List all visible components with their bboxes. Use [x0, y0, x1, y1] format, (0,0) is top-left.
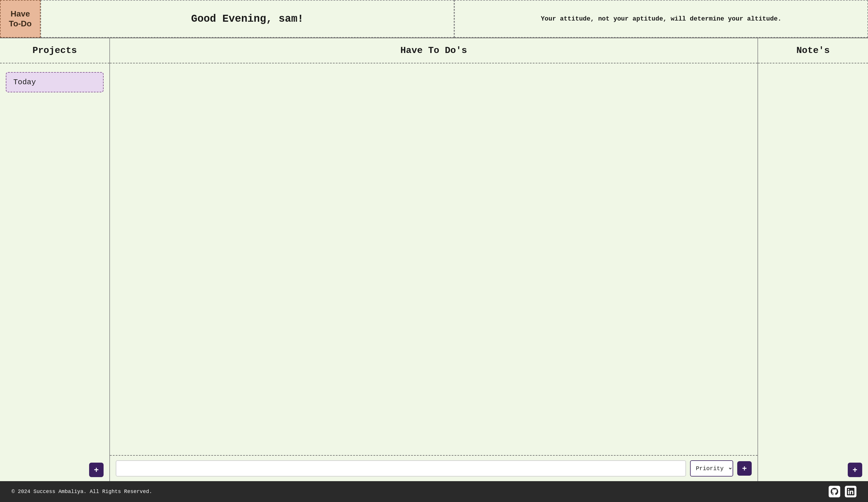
github-icon[interactable] — [829, 486, 840, 498]
projects-header: Projects — [0, 38, 110, 63]
logo: Have To-Do — [0, 0, 41, 38]
main-content: Projects Today + Have To Do's Priority H… — [0, 38, 868, 481]
footer-icons — [829, 486, 856, 498]
notes-column: Note's + — [758, 38, 868, 481]
tasks-footer: Priority High Medium Low + — [110, 456, 757, 481]
projects-body: Today — [0, 63, 110, 459]
notes-header: Note's — [758, 38, 868, 63]
projects-footer: + — [0, 459, 110, 481]
list-item[interactable]: Today — [6, 72, 104, 92]
logo-text: Have To-Do — [9, 9, 32, 28]
tasks-column: Have To Do's Priority High Medium Low + — [110, 38, 758, 481]
quote-text: Your attitude, not your aptitude, will d… — [541, 14, 782, 24]
greeting-box: Good Evening, sam! — [41, 0, 454, 38]
linkedin-icon[interactable] — [845, 486, 856, 498]
task-input[interactable] — [116, 460, 686, 477]
add-task-button[interactable]: + — [737, 461, 752, 476]
footer: © 2024 Success Ambaliya. All Rights Rese… — [0, 481, 868, 502]
notes-body — [758, 63, 868, 459]
projects-column: Projects Today + — [0, 38, 110, 481]
notes-footer: + — [758, 459, 868, 481]
footer-copyright: © 2024 Success Ambaliya. All Rights Rese… — [12, 489, 152, 494]
add-project-button[interactable]: + — [89, 463, 104, 477]
priority-select[interactable]: Priority High Medium Low — [690, 460, 733, 477]
greeting-text: Good Evening, sam! — [191, 13, 304, 25]
tasks-body — [110, 63, 757, 456]
tasks-header: Have To Do's — [110, 38, 757, 63]
add-note-button[interactable]: + — [848, 463, 862, 477]
quote-box: Your attitude, not your aptitude, will d… — [454, 0, 868, 38]
header: Have To-Do Good Evening, sam! Your attit… — [0, 0, 868, 38]
